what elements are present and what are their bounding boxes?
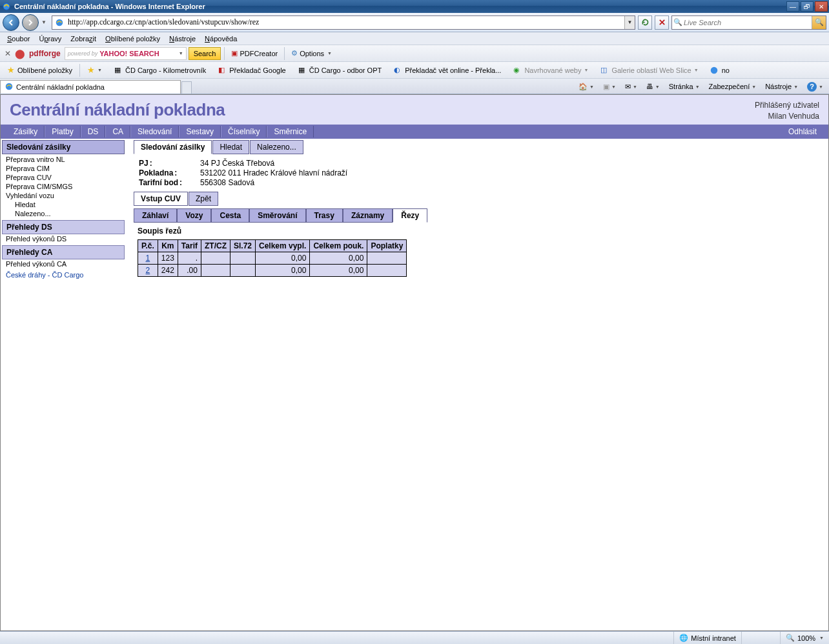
fav-link-galerie[interactable]: ◫ Galerie oblastí Web Slice ▼ [594,64,702,77]
separator [79,64,80,77]
yahoo-search-button[interactable]: Search [189,47,221,60]
address-bar: ▼ [52,15,635,30]
pdfforge-toolbar: ✕ ⬤ pdfforge powered by YAHOO! SEARCH ▼ … [0,45,829,62]
home-button[interactable]: 🏠▼ [575,80,597,93]
site-icon: ▦ [112,65,123,75]
options-button[interactable]: ⚙ Options ▼ [288,47,335,60]
menu-soubor[interactable]: Soubor [3,34,34,44]
star-add-icon: ★ [87,65,95,75]
menu-napoveda[interactable]: Nápověda [200,34,241,44]
svg-point-0 [3,3,10,10]
page-icon [54,17,65,28]
fav-link-odbor-opt[interactable]: ▦ ČD Cargo - odbor OPT [292,64,386,77]
gear-icon: ⚙ [291,49,298,57]
menu-zobrazit[interactable]: Zobrazit [66,34,101,44]
minimize-button[interactable]: — [786,1,799,12]
star-icon: ★ [7,65,15,75]
help-icon: ? [807,82,817,92]
help-button[interactable]: ?▼ [804,80,826,93]
menu-upravy[interactable]: Úpravy [34,34,66,44]
tools-menu[interactable]: Nástroje▼ [762,80,801,93]
svg-point-3 [6,83,13,90]
site-icon: ◉ [511,65,522,75]
tab-bar: Centrální nákladní pokladna 🏠▼ ▣▼ ✉▼ 🖶▼ … [0,79,829,94]
address-input[interactable] [67,17,624,27]
pdfforge-label: pdfforge [29,49,61,58]
window-titlebar: Centrální nákladní pokladna - Windows In… [0,0,829,13]
menu-bar: Soubor Úpravy Zobrazit Oblíbené položky … [0,32,829,45]
search-go-button[interactable]: 🔍 [812,16,826,29]
favorites-button[interactable]: ★ Oblíbené položky [3,64,77,77]
print-icon: 🖶 [646,83,653,90]
pdfcreator-button[interactable]: ▣ PDFCreator [228,47,281,60]
yahoo-search-box[interactable]: powered by YAHOO! SEARCH ▼ [65,47,187,60]
pdfforge-icon: ⬤ [15,48,25,59]
fav-link-no[interactable]: no [704,64,734,77]
site-icon: ◫ [599,65,609,75]
favorites-bar: ★ Oblíbené položky ★ ▼ ▦ ČD Cargo - Kilo… [0,62,829,79]
mail-icon: ✉ [625,83,631,91]
page-tab[interactable]: Centrální nákladní pokladna [0,80,181,94]
ie-icon [1,1,12,12]
feeds-button[interactable]: ▣▼ [600,80,619,93]
restore-button[interactable]: 🗗 [801,1,814,12]
close-button[interactable]: ✕ [815,1,828,12]
stop-button[interactable] [655,15,669,30]
site-icon: ▦ [296,65,307,75]
ie-icon [5,82,14,92]
fav-link-prekladac-google[interactable]: ◧ Překladač Google [212,64,290,77]
tab-title: Centrální nákladní pokladna [16,83,105,91]
addfav-icon-button[interactable]: ★ ▼ [83,64,107,77]
separator [224,47,225,60]
address-dropdown[interactable]: ▼ [624,16,635,29]
menu-oblibene[interactable]: Oblíbené položky [101,34,165,44]
ie-icon [709,65,719,75]
site-icon: ◧ [216,65,227,75]
svg-point-2 [710,66,717,74]
safety-menu[interactable]: Zabezpečení▼ [706,80,760,93]
search-provider-icon[interactable]: 🔍 [672,18,684,26]
refresh-button[interactable] [638,15,652,30]
fav-link-kilometrovnik[interactable]: ▦ ČD Cargo - Kilometrovník [108,64,210,77]
mail-button[interactable]: ✉▼ [622,80,640,93]
nav-toolbar: ▼ ▼ 🔍 🔍 [0,13,829,32]
pdf-icon: ▣ [231,49,238,57]
fav-link-prekladac-vet[interactable]: ◐ Překladač vět online - Překla... [387,64,506,77]
rss-icon: ▣ [603,83,609,91]
svg-point-1 [56,19,63,26]
forward-button[interactable] [22,14,39,31]
back-button[interactable] [3,14,19,31]
site-icon: ◐ [392,65,402,75]
toolbar-close-icon[interactable]: ✕ [3,49,13,58]
search-box: 🔍 🔍 [671,15,826,30]
window-title: Centrální nákladní pokladna - Windows In… [14,3,786,10]
separator [284,47,285,60]
print-button[interactable]: 🖶▼ [643,80,663,93]
page-menu[interactable]: Stránka▼ [666,80,703,93]
menu-nastroje[interactable]: Nástroje [165,34,200,44]
command-bar: 🏠▼ ▣▼ ✉▼ 🖶▼ Stránka▼ Zabezpečení▼ Nástro… [575,80,826,93]
search-input[interactable] [684,19,812,26]
nav-history-dropdown[interactable]: ▼ [41,19,49,25]
new-tab-button[interactable] [181,81,192,94]
fav-link-navrhovane[interactable]: ◉ Navrhované weby ▼ [507,64,593,77]
home-icon: 🏠 [578,83,588,91]
